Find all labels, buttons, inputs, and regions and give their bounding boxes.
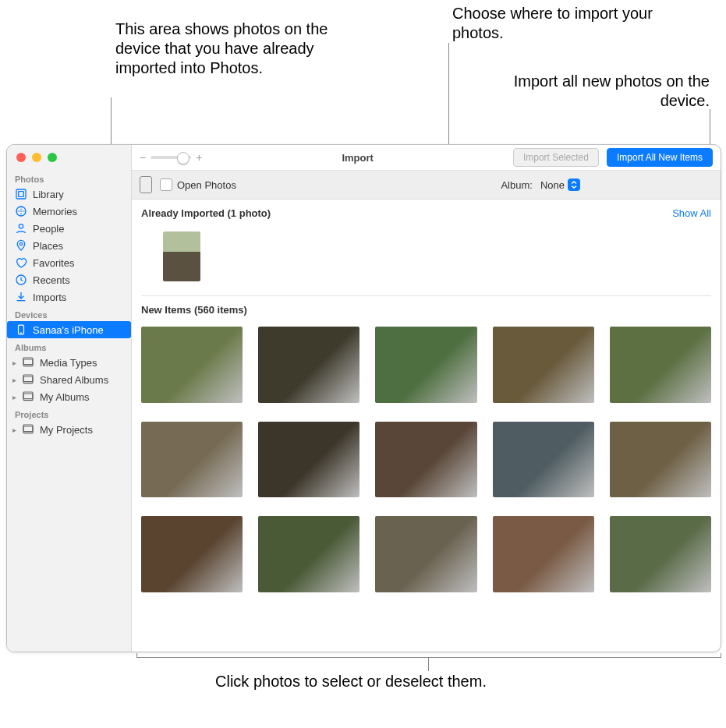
sidebar-item-memories[interactable]: Memories [7, 203, 131, 220]
svg-rect-1 [19, 192, 24, 197]
sidebar-item-label: Imports [33, 292, 66, 303]
main-content: − + Import Import Selected Import All Ne… [132, 145, 721, 652]
photo-thumbnail[interactable] [258, 516, 359, 592]
sidebar-item-favorites[interactable]: Favorites [7, 254, 131, 271]
photo-thumbnail[interactable] [258, 422, 359, 498]
zoom-out-icon[interactable]: − [140, 151, 146, 164]
already-imported-header: Already Imported (1 photo) Show All [141, 200, 711, 224]
zoom-control: − + [140, 151, 202, 164]
photo-thumbnail[interactable] [141, 422, 243, 498]
svg-rect-0 [16, 189, 26, 199]
svg-rect-14 [23, 425, 33, 432]
memories-icon [15, 205, 27, 217]
svg-rect-12 [23, 392, 33, 399]
disclosure-icon: ▸ [10, 359, 18, 367]
svg-rect-9 [23, 376, 33, 383]
window-controls [7, 145, 131, 170]
import-all-new-button[interactable]: Import All New Items [607, 148, 713, 167]
sidebar-header-projects: Projects [7, 405, 131, 421]
sidebar-item-imports[interactable]: Imports [7, 288, 131, 306]
sidebar-header-albums: Albums [7, 338, 131, 354]
sidebar: Photos Library Memories People [7, 145, 132, 652]
sidebar-header-devices: Devices [7, 306, 131, 321]
import-content: Already Imported (1 photo) Show All New … [132, 200, 721, 652]
photo-thumbnail[interactable] [610, 516, 711, 592]
disclosure-icon: ▸ [10, 393, 18, 401]
import-options-bar: Open Photos Album: None [132, 171, 721, 200]
already-imported-title: Already Imported (1 photo) [141, 207, 271, 219]
photo-thumbnail[interactable] [375, 516, 476, 592]
sidebar-item-device-sanaa-iphone[interactable]: Sanaa's iPhone [7, 321, 131, 338]
already-imported-row [141, 224, 711, 296]
zoom-in-icon[interactable]: + [196, 151, 202, 164]
sidebar-item-label: Sanaa's iPhone [33, 324, 104, 336]
callout-already-imported: This area shows photos on the device tha… [115, 19, 342, 78]
svg-point-3 [19, 224, 23, 228]
open-photos-checkbox[interactable] [160, 178, 172, 191]
open-photos-label: Open Photos [177, 179, 236, 191]
sidebar-item-my-projects[interactable]: ▸ My Projects [7, 421, 131, 438]
svg-rect-8 [23, 358, 33, 365]
svg-rect-13 [23, 426, 33, 433]
close-window-icon[interactable] [16, 153, 26, 162]
new-items-title: New Items (560 items) [141, 304, 247, 316]
album-select[interactable]: None [540, 178, 580, 191]
svg-rect-10 [23, 375, 33, 382]
photo-thumbnail[interactable] [258, 327, 359, 403]
show-all-link[interactable]: Show All [672, 207, 711, 219]
thumbnail-size-slider[interactable] [151, 156, 191, 159]
sidebar-item-label: My Projects [40, 424, 93, 436]
sidebar-item-label: Places [33, 240, 63, 252]
places-icon [15, 239, 27, 252]
sidebar-item-places[interactable]: Places [7, 237, 131, 254]
disclosure-icon: ▸ [10, 376, 18, 384]
photo-thumbnail[interactable] [610, 327, 711, 403]
sidebar-item-media-types[interactable]: ▸ Media Types [7, 354, 131, 371]
folder-icon [22, 391, 34, 403]
sidebar-header-photos: Photos [7, 170, 131, 186]
import-selected-button[interactable]: Import Selected [513, 148, 599, 167]
slider-thumb-icon[interactable] [177, 152, 189, 164]
clock-icon [15, 274, 27, 286]
chevron-updown-icon [568, 178, 580, 191]
zoom-window-icon[interactable] [48, 153, 57, 162]
people-icon [15, 222, 27, 235]
sidebar-item-label: Favorites [33, 257, 74, 269]
sidebar-item-shared-albums[interactable]: ▸ Shared Albums [7, 371, 131, 388]
library-icon [15, 188, 27, 200]
imports-icon [15, 291, 27, 303]
sidebar-item-my-albums[interactable]: ▸ My Albums [7, 388, 131, 405]
view-title: Import [210, 152, 505, 164]
sidebar-item-label: My Albums [40, 391, 90, 403]
photo-thumbnail[interactable] [493, 516, 594, 592]
callout-choose-where: Choose where to import your photos. [452, 4, 678, 43]
photo-thumbnail[interactable] [610, 422, 711, 498]
photo-thumbnail[interactable] [493, 327, 594, 403]
minimize-window-icon[interactable] [32, 153, 41, 162]
sidebar-item-label: People [33, 223, 64, 235]
folder-icon [22, 373, 34, 386]
iphone-icon [15, 323, 27, 336]
open-photos-checkbox-row[interactable]: Open Photos [160, 178, 236, 191]
svg-rect-7 [23, 359, 33, 366]
sidebar-item-people[interactable]: People [7, 220, 131, 237]
sidebar-item-library[interactable]: Library [7, 186, 131, 203]
photo-thumbnail[interactable] [493, 422, 594, 498]
callout-import-all: Import all new photos on the device. [499, 72, 710, 111]
callout-select-deselect: Click photos to select or deselect them. [195, 672, 507, 691]
sidebar-item-label: Shared Albums [40, 374, 108, 386]
photo-thumbnail[interactable] [141, 327, 243, 403]
album-select-value: None [540, 179, 565, 191]
sidebar-item-label: Media Types [40, 357, 97, 369]
disclosure-icon: ▸ [10, 426, 18, 434]
sidebar-item-recents[interactable]: Recents [7, 271, 131, 288]
photo-thumbnail[interactable] [141, 516, 243, 592]
photo-thumbnail[interactable] [375, 422, 476, 498]
sidebar-item-label: Memories [33, 206, 77, 217]
favorites-icon [15, 256, 27, 269]
svg-rect-11 [23, 394, 33, 401]
photo-thumbnail[interactable] [163, 231, 200, 281]
photo-thumbnail[interactable] [375, 327, 476, 403]
photos-import-window: Photos Library Memories People [6, 144, 721, 652]
svg-point-4 [19, 242, 22, 245]
